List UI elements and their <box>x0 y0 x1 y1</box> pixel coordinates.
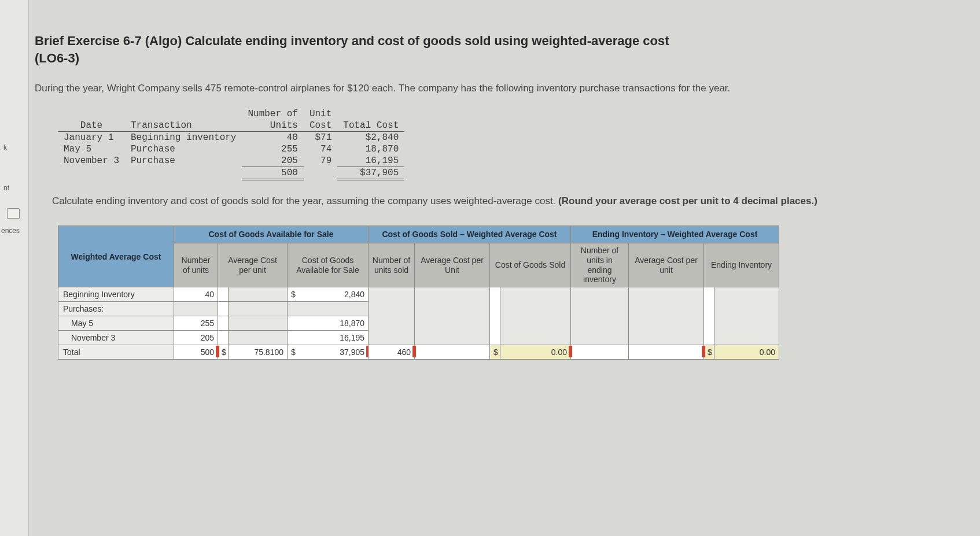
group-ending: Ending Inventory – Weighted Average Cost <box>571 226 779 243</box>
cell-total: 18,870 <box>337 143 404 155</box>
left-sidebar: k nt ences <box>0 0 29 536</box>
dollar-sign: $ <box>490 345 500 360</box>
total-avg-cost-end-input[interactable] <box>629 345 704 360</box>
prompt-bold: (Round your average cost per unit to 4 d… <box>558 195 817 206</box>
validation-marker-icon <box>412 346 416 357</box>
row-beginning-inventory: Beginning Inventory 40 $ 2,840 <box>58 287 779 302</box>
row-total: Total 500 $ 75.8100 $ 37,905 460 $ 0.00 … <box>58 345 779 360</box>
dollar-sign: $ <box>218 345 229 360</box>
group-available: Cost of Goods Available for Sale <box>174 226 369 243</box>
cell-cost: 74 <box>304 143 337 155</box>
cell-date: May 5 <box>58 143 125 155</box>
avg-cost-blank <box>415 287 490 345</box>
total-end-inv-cell: 0.00 <box>714 345 779 360</box>
row-label: Purchases: <box>58 302 174 316</box>
cell-transaction: Purchase <box>125 143 242 155</box>
col-total-cost: Total Cost <box>337 120 404 132</box>
cogs-blank <box>500 287 571 345</box>
nov3-units-input[interactable]: 205 <box>174 331 218 345</box>
folder-icon <box>7 208 20 219</box>
cell-total: 16,195 <box>337 155 404 167</box>
sub-units-sold: Number of units sold <box>369 243 415 287</box>
cell-units: 255 <box>242 143 303 155</box>
row-label: November 3 <box>58 331 174 345</box>
sub-avg-cost: Average Cost per unit <box>218 243 288 287</box>
beginning-avg-cost-input[interactable] <box>229 287 288 302</box>
sidebar-fragment-k: k <box>3 143 7 151</box>
sidebar-fragment-ences: ences <box>1 227 20 235</box>
may5-units-input[interactable]: 255 <box>174 316 218 331</box>
cell-total-units: 500 <box>242 167 303 180</box>
sub-avg-cost-2: Average Cost per unit <box>629 243 704 287</box>
col-units: Units <box>242 120 303 132</box>
table-row: November 3 Purchase 205 79 16,195 <box>58 155 404 167</box>
group-header-row: Weighted Average Cost Cost of Goods Avai… <box>58 226 779 243</box>
col-number-of: Number of <box>242 108 303 120</box>
total-units-sold-input[interactable]: 460 <box>369 345 415 360</box>
may5-avg-cost-input[interactable] <box>229 316 288 331</box>
transactions-table: Number of Unit Date Transaction Units Co… <box>58 108 960 180</box>
total-cogas-cell: $ 37,905 <box>288 345 369 360</box>
end-inv-blank <box>714 287 779 345</box>
col-unit: Unit <box>304 108 337 120</box>
sub-cogas: Cost of Goods Available for Sale <box>288 243 369 287</box>
cell-date: January 1 <box>58 132 125 144</box>
validation-marker-icon <box>216 346 219 357</box>
validation-marker-icon <box>702 346 705 357</box>
nov3-avg-cost-input[interactable] <box>229 331 288 345</box>
total-avg-cost-cell: 75.8100 <box>229 345 288 360</box>
cell-grand-total: $37,905 <box>337 167 404 180</box>
cell-total: $2,840 <box>337 132 404 144</box>
cell-units: 205 <box>242 155 303 167</box>
dollar-sign: $ <box>704 345 714 360</box>
cell-transaction: Purchase <box>125 155 242 167</box>
row-label: Beginning Inventory <box>58 287 174 302</box>
cell-cost: 79 <box>304 155 337 167</box>
cell-date: November 3 <box>58 155 125 167</box>
sub-cogs: Cost of Goods Sold <box>490 243 571 287</box>
row-label: Total <box>58 345 174 360</box>
nov3-amount-cell: 16,195 <box>288 331 369 345</box>
table-totals-row: 500 $37,905 <box>58 167 404 180</box>
cell-cost: $71 <box>304 132 337 144</box>
col-date: Date <box>58 120 125 132</box>
may5-amount-cell: 18,870 <box>288 316 369 331</box>
total-cogs-cell: 0.00 <box>500 345 571 360</box>
cell-transaction: Beginning inventory <box>125 132 242 144</box>
worksheet-table: Weighted Average Cost Cost of Goods Avai… <box>58 226 960 360</box>
validation-marker-icon <box>569 346 572 357</box>
sub-num-units: Number of units <box>174 243 218 287</box>
table-row: January 1 Beginning inventory 40 $71 $2,… <box>58 132 404 144</box>
title-line-1: Brief Exercise 6-7 (Algo) Calculate endi… <box>35 34 669 48</box>
title-line-2: (LO6-3) <box>35 51 79 65</box>
exercise-title: Brief Exercise 6-7 (Algo) Calculate endi… <box>35 32 960 66</box>
cell-units: 40 <box>242 132 303 144</box>
prompt-plain: Calculate ending inventory and cost of g… <box>52 195 558 206</box>
total-avg-cost-sold-input[interactable] <box>415 345 490 360</box>
total-units-end-input[interactable] <box>571 345 629 360</box>
exercise-intro: During the year, Wright Company sells 47… <box>35 82 960 95</box>
sidebar-fragment-nt: nt <box>3 184 9 192</box>
sub-end-inv: Ending Inventory <box>704 243 779 287</box>
group-cogs: Cost of Goods Sold – Weighted Average Co… <box>369 226 571 243</box>
units-end-blank <box>571 287 629 345</box>
units-sold-blank <box>369 287 415 345</box>
exercise-content: Brief Exercise 6-7 (Algo) Calculate endi… <box>35 32 960 360</box>
col-cost: Cost <box>304 120 337 132</box>
sub-units-end: Number of units in ending inventory <box>571 243 629 287</box>
total-units-cell: 500 <box>174 345 218 360</box>
instruction-text: Calculate ending inventory and cost of g… <box>35 194 960 208</box>
beginning-units-input[interactable]: 40 <box>174 287 218 302</box>
row-header-label: Weighted Average Cost <box>58 226 174 287</box>
sub-avg-cost-unit: Average Cost per Unit <box>415 243 490 287</box>
col-transaction: Transaction <box>125 120 242 132</box>
beginning-cogas-cell: $ 2,840 <box>288 287 369 302</box>
row-label: May 5 <box>58 316 174 331</box>
table-row: May 5 Purchase 255 74 18,870 <box>58 143 404 155</box>
avg-cost-end-blank <box>629 287 704 345</box>
